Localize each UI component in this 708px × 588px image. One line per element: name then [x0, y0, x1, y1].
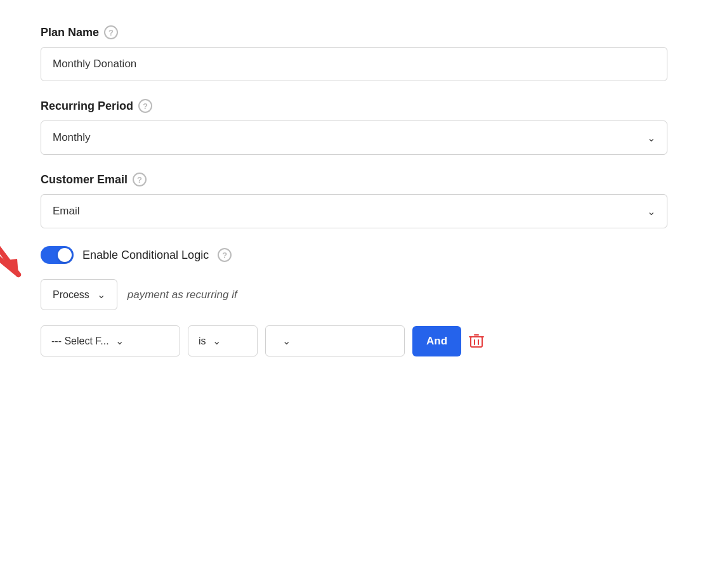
- plan-name-label-text: Plan Name: [41, 26, 99, 39]
- svg-marker-2: [3, 259, 18, 275]
- select-field-dropdown[interactable]: --- Select F... ⌄: [41, 325, 180, 356]
- conditional-logic-label: Enable Conditional Logic: [82, 249, 209, 262]
- plan-name-input[interactable]: [41, 47, 667, 81]
- recurring-period-group: Recurring Period ? Monthly ⌄: [41, 99, 667, 155]
- recurring-period-label: Recurring Period ?: [41, 99, 667, 113]
- filter-row: --- Select F... ⌄ is ⌄ ⌄ And: [41, 325, 667, 356]
- svg-rect-3: [471, 337, 482, 347]
- svg-line-0: [0, 199, 18, 275]
- conditional-logic-toggle-row: Enable Conditional Logic ?: [41, 246, 667, 264]
- customer-email-label-text: Customer Email: [41, 173, 128, 186]
- select-field-chevron-icon: ⌄: [115, 335, 124, 347]
- plan-name-help-icon[interactable]: ?: [104, 25, 118, 39]
- value-field-dropdown[interactable]: ⌄: [265, 325, 405, 356]
- customer-email-select-wrapper: Email ⌄: [41, 194, 667, 228]
- is-operator-chevron-icon: ⌄: [213, 335, 221, 347]
- is-operator-value: is: [199, 336, 206, 347]
- toggle-track[interactable]: [41, 246, 74, 264]
- recurring-period-help-icon[interactable]: ?: [138, 99, 152, 113]
- plan-name-label: Plan Name ?: [41, 25, 667, 39]
- process-chevron-icon: ⌄: [97, 289, 105, 301]
- toggle-thumb: [58, 248, 72, 262]
- process-select-wrapper: Process ⌄: [41, 279, 117, 310]
- recurring-period-chevron-icon: ⌄: [647, 132, 655, 144]
- recurring-period-value: Monthly: [53, 131, 91, 144]
- process-select-value: Process: [53, 289, 89, 301]
- select-field-value: --- Select F...: [51, 336, 109, 347]
- customer-email-select[interactable]: Email ⌄: [41, 194, 667, 228]
- plan-name-group: Plan Name ?: [41, 25, 667, 81]
- recurring-period-select[interactable]: Monthly ⌄: [41, 121, 667, 155]
- customer-email-value: Email: [53, 205, 80, 218]
- and-button[interactable]: And: [412, 326, 461, 356]
- customer-email-chevron-icon: ⌄: [647, 206, 655, 218]
- value-field-chevron-icon: ⌄: [282, 335, 291, 347]
- svg-line-1: [0, 214, 18, 275]
- conditional-logic-help-icon[interactable]: ?: [218, 248, 232, 262]
- condition-process-row: Process ⌄ payment as recurring if: [41, 279, 667, 310]
- conditional-logic-toggle[interactable]: [41, 246, 74, 264]
- recurring-period-select-wrapper: Monthly ⌄: [41, 121, 667, 155]
- recurring-period-label-text: Recurring Period: [41, 100, 133, 113]
- is-operator-dropdown[interactable]: is ⌄: [188, 325, 258, 356]
- customer-email-help-icon[interactable]: ?: [133, 173, 147, 186]
- condition-text: payment as recurring if: [128, 289, 237, 301]
- delete-row-icon[interactable]: [469, 333, 484, 350]
- process-select[interactable]: Process ⌄: [41, 279, 117, 310]
- customer-email-label: Customer Email ?: [41, 173, 667, 186]
- customer-email-group: Customer Email ? Email ⌄: [41, 173, 667, 228]
